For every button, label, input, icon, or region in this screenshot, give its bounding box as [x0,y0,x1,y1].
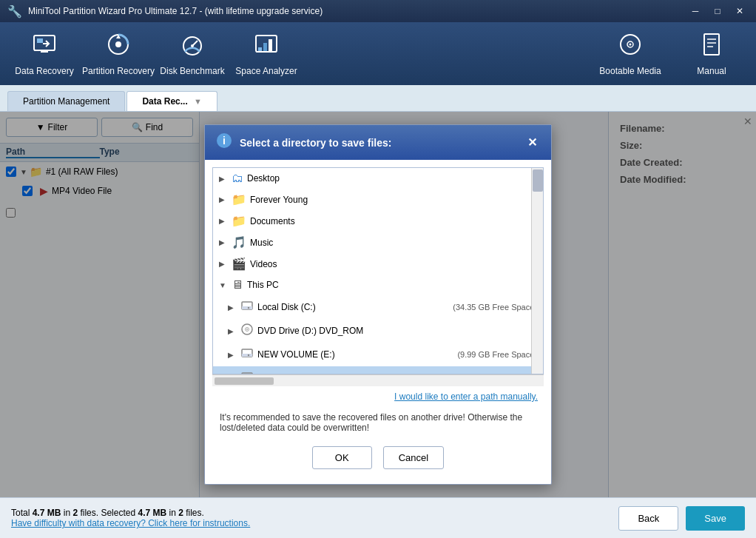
local-disk-c-chevron: ▶ [228,303,237,312]
ok-button[interactable]: OK [312,446,372,469]
dialog-overlay: i Select a directory to save files: ✕ ▶ … [0,112,756,497]
ftree-item-this-pc[interactable]: ▼ 🖥 This PC [213,275,543,295]
svg-rect-18 [704,34,719,55]
svg-rect-31 [242,354,252,357]
documents-chevron: ▶ [219,217,228,225]
svg-point-32 [248,354,249,356]
new-volume-e-chevron: ▶ [228,351,237,359]
svg-point-26 [248,307,249,309]
svg-point-29 [246,329,248,330]
videos-chevron: ▶ [219,260,228,268]
horizontal-scrollbar[interactable] [212,374,544,386]
minimize-button[interactable]: ─ [686,4,704,18]
toolbar: Data Recovery Partition Recovery Disk Be… [0,22,756,85]
svg-rect-3 [41,50,48,53]
svg-text:i: i [223,135,226,147]
scrollbar-thumb[interactable] [533,169,543,192]
bootable-media-icon [617,31,644,61]
ftree-item-dvd-drive-d[interactable]: ▶ DVD Drive (D:) DVD_ROM [213,319,543,343]
data-recovery-icon [31,31,58,61]
maximize-button[interactable]: □ [709,4,726,18]
dialog-title-text: Select a directory to save files: [240,137,391,149]
title-bar: 🔧 MiniTool Partition Wizard Pro Ultimate… [0,0,756,22]
svg-rect-11 [258,47,262,51]
dialog-buttons: OK Cancel [212,439,544,477]
save-button[interactable]: Save [686,506,745,531]
svg-rect-13 [269,39,272,51]
toolbar-item-data-recovery[interactable]: Data Recovery [7,26,81,81]
directory-tree[interactable]: ▶ 🗂 Desktop ▶ 📁 Forever Young ▶ 📁 D [212,167,544,374]
window-controls: ─ □ ✕ [686,4,749,18]
forever-young-chevron: ▶ [219,195,228,204]
local-disk-c-icon [240,299,254,315]
toolbar-item-bootable-media[interactable]: Bootable Media [593,26,667,81]
music-chevron: ▶ [219,238,228,246]
svg-rect-25 [242,306,252,309]
dialog-title-bar: i Select a directory to save files: ✕ [205,125,551,160]
new-volume-e-icon [240,346,254,363]
desktop-chevron: ▶ [219,175,228,183]
ftree-item-videos[interactable]: ▶ 🎬 Videos [213,253,543,275]
desktop-folder-icon: 🗂 [232,172,243,185]
warning-text: It's recommended to save the recovered f… [212,406,544,439]
space-analyzer-icon [253,31,280,61]
partition-recovery-label: Partition Recovery [82,66,155,76]
data-recovery-label: Data Recovery [15,66,73,76]
ftree-item-new-volume-e[interactable]: ▶ NEW VOLUME (E:) (9.99 GB Free Space) [213,343,543,366]
manual-label: Manual [697,66,726,76]
ftree-item-desktop[interactable]: ▶ 🗂 Desktop [213,168,543,189]
ftree-item-new-volume-f[interactable]: ▶ New Volume (F:) (69.91 GB Free Space) [213,366,543,374]
svg-rect-12 [263,43,267,51]
forever-young-icon: 📁 [232,192,246,206]
dvd-drive-d-icon [240,323,254,339]
toolbar-right: Bootable Media Manual [593,26,749,81]
partition-recovery-icon [105,31,132,61]
new-volume-f-chevron: ▶ [228,374,237,375]
ftree-item-music[interactable]: ▶ 🎵 Music [213,232,543,253]
help-link[interactable]: Have difficulty with data recovery? Clic… [11,518,250,528]
this-pc-icon: 🖥 [232,278,243,292]
music-icon: 🎵 [232,235,246,249]
toolbar-item-partition-recovery[interactable]: Partition Recovery [81,26,155,81]
tabs-bar: Partition Management Data Rec... ▼ [0,85,756,112]
tab-data-recovery[interactable]: Data Rec... ▼ [126,91,217,111]
disk-benchmark-label: Disk Benchmark [160,66,224,76]
dialog-body: ▶ 🗂 Desktop ▶ 📁 Forever Young ▶ 📁 D [205,160,551,484]
status-bar: Total 4.7 MB in 2 files. Selected 4.7 MB… [0,497,756,538]
hscroll-thumb[interactable] [215,377,274,385]
svg-point-17 [630,44,632,46]
toolbar-item-space-analyzer[interactable]: Space Analyzer [229,26,303,81]
manual-path-link[interactable]: I would like to enter a path manually. [394,391,538,402]
svg-point-6 [115,41,121,47]
cancel-button[interactable]: Cancel [383,446,444,469]
dvd-drive-d-chevron: ▶ [228,327,237,335]
ftree-item-local-disk-c[interactable]: ▶ Local Disk (C:) (34.35 GB Free Space) [213,295,543,319]
manual-link-container: I would like to enter a path manually. [212,386,544,406]
dialog-close-button[interactable]: ✕ [524,135,540,151]
ftree-item-forever-young[interactable]: ▶ 📁 Forever Young [213,189,543,210]
new-volume-f-icon [240,370,254,374]
back-button[interactable]: Back [618,506,678,531]
ftree-item-documents[interactable]: ▶ 📁 Documents [213,210,543,232]
svg-rect-33 [242,373,252,374]
documents-icon: 📁 [232,214,246,228]
toolbar-item-manual[interactable]: Manual [675,26,749,81]
space-analyzer-label: Space Analyzer [235,66,297,76]
videos-icon: 🎬 [232,257,246,271]
main-content: ▼ Filter 🔍 Find Path Type ▼ 📁 #1 (All RA… [0,112,756,497]
app-logo: 🔧 [7,4,22,19]
toolbar-item-disk-benchmark[interactable]: Disk Benchmark [155,26,229,81]
save-dialog: i Select a directory to save files: ✕ ▶ … [204,124,552,485]
status-help-link: Have difficulty with data recovery? Clic… [11,518,618,528]
manual-icon [698,31,725,61]
svg-rect-1 [37,38,43,43]
tree-scrollbar[interactable] [531,168,543,374]
close-button[interactable]: ✕ [731,4,749,18]
dialog-title-icon: i [216,132,232,152]
status-text-container: Total 4.7 MB in 2 files. Selected 4.7 MB… [11,508,618,528]
status-total-text: Total 4.7 MB in 2 files. Selected 4.7 MB… [11,508,618,518]
bootable-media-label: Bootable Media [599,66,661,76]
svg-point-9 [191,44,194,47]
tab-partition-management[interactable]: Partition Management [7,91,125,111]
disk-benchmark-icon [179,31,206,61]
